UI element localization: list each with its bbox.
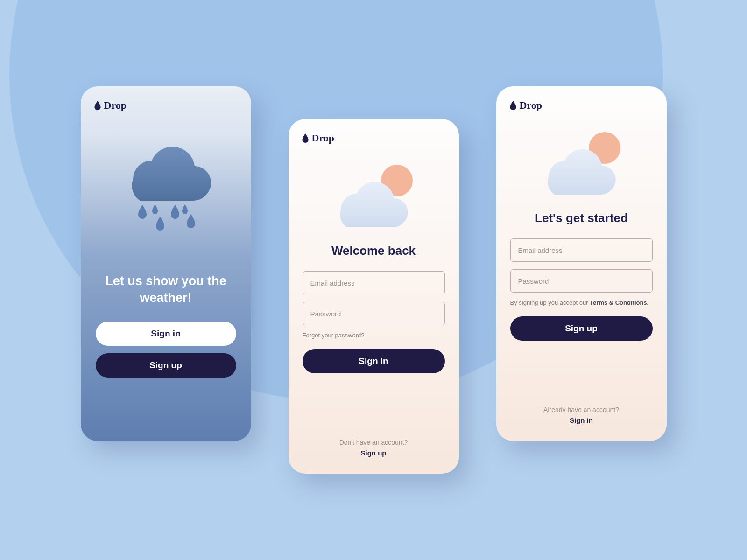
logo: Drop: [496, 86, 667, 112]
cloud-rain-icon: [107, 133, 224, 245]
cloud-sun-illustration: [289, 158, 459, 231]
screen-signup: Drop Let's get started By signing up you…: [496, 86, 667, 441]
screen-welcome: Drop Let us show yo: [81, 86, 251, 441]
logo-text: Drop: [520, 99, 543, 112]
signin-link[interactable]: Sign in: [496, 416, 667, 424]
signin-button[interactable]: Sign in: [96, 322, 236, 346]
logo-text: Drop: [104, 99, 127, 112]
drop-icon: [94, 101, 101, 110]
forgot-password-link[interactable]: Forgot your password?: [289, 332, 459, 339]
cloud-sun-icon: [324, 158, 423, 231]
screens-row: Drop Let us show yo: [0, 0, 747, 560]
signup-button[interactable]: Sign up: [96, 353, 236, 378]
signin-submit-button[interactable]: Sign in: [303, 349, 445, 373]
logo: Drop: [81, 86, 251, 112]
password-field[interactable]: [510, 269, 653, 293]
password-field[interactable]: [303, 302, 445, 325]
signin-title: Welcome back: [289, 244, 459, 258]
drop-icon: [302, 133, 309, 143]
screen-signin: Drop Welcome back Forgot your password? …: [289, 119, 459, 474]
cloud-sun-illustration: [496, 126, 667, 198]
rain-cloud-illustration: [81, 133, 251, 245]
cloud-sun-icon: [532, 126, 630, 198]
terms-text: By signing up you accept our Terms & Con…: [496, 299, 667, 306]
signup-link[interactable]: Sign up: [289, 449, 459, 457]
welcome-headline: Let us show you the weather!: [81, 273, 251, 307]
signup-submit-button[interactable]: Sign up: [510, 316, 653, 341]
email-field[interactable]: [510, 238, 653, 262]
alt-prompt: Don't have an account?: [289, 439, 459, 446]
drop-icon: [509, 101, 517, 110]
terms-link[interactable]: Terms & Conditions.: [590, 299, 648, 306]
logo: Drop: [289, 119, 459, 144]
signup-title: Let's get started: [496, 211, 667, 225]
email-field[interactable]: [303, 271, 445, 294]
logo-text: Drop: [312, 132, 335, 144]
terms-prefix: By signing up you accept our: [510, 299, 590, 306]
alt-prompt: Already have an account?: [496, 406, 667, 413]
